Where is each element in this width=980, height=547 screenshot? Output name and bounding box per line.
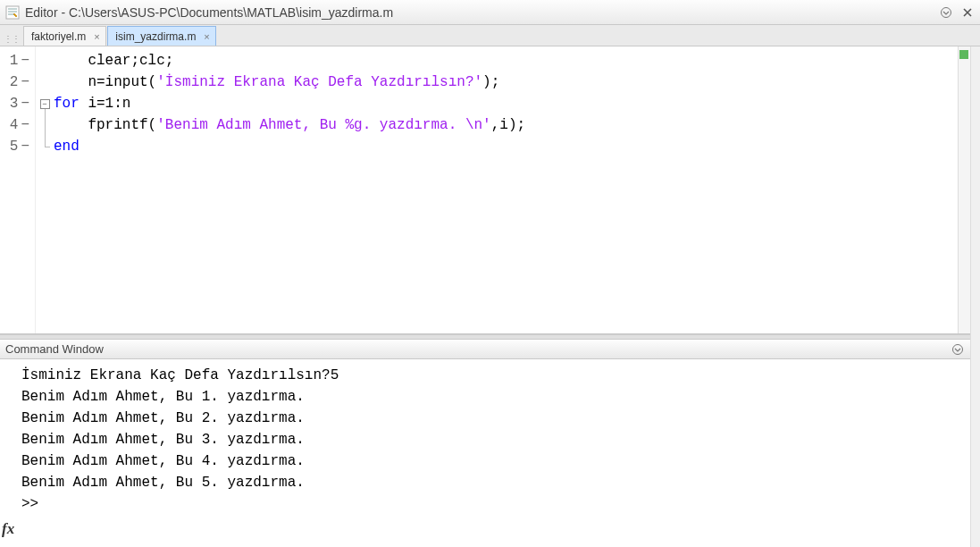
command-prompt: >>: [21, 493, 38, 515]
code-line[interactable]: n=input('İsminiz Ekrana Kaç Defa Yazdırı…: [54, 72, 958, 93]
message-bar: [958, 46, 970, 333]
command-output-line: Benim Adım Ahmet, Bu 2. yazdırma.: [21, 408, 961, 429]
svg-point-2: [953, 344, 963, 354]
code-text-area[interactable]: clear;clc; n=input('İsminiz Ekrana Kaç D…: [54, 46, 958, 333]
command-output-line: Benim Adım Ahmet, Bu 4. yazdırma.: [21, 450, 961, 472]
command-window-title: Command Window: [5, 342, 104, 356]
minimize-panel-icon[interactable]: [939, 5, 953, 20]
tab-isim-yazdirma[interactable]: isim_yazdirma.m ×: [107, 26, 216, 46]
tab-label: isim_yazdirma.m: [115, 30, 196, 43]
tab-faktoriyel[interactable]: faktoriyel.m ×: [23, 26, 106, 46]
close-icon[interactable]: ×: [91, 31, 102, 42]
editor-tabs-row: ⋮⋮ faktoriyel.m × isim_yazdirma.m ×: [0, 25, 980, 46]
line-number: 4−: [0, 114, 35, 136]
line-number: 2−: [0, 72, 35, 93]
editor-title-bar: Editor - C:\Users\ASUS-PC\Documents\MATL…: [0, 0, 980, 25]
close-panel-icon[interactable]: [960, 5, 975, 20]
command-output-line: İsminiz Ekrana Kaç Defa Yazdırılsın?5: [21, 365, 961, 386]
tabs-drag-handle[interactable]: ⋮⋮: [2, 34, 23, 46]
code-line[interactable]: for i=1:n: [54, 93, 958, 114]
panel-menu-icon[interactable]: [951, 342, 965, 357]
title-buttons: [939, 5, 975, 20]
close-icon[interactable]: ×: [201, 31, 212, 42]
fold-gutter: −: [36, 46, 54, 333]
code-line[interactable]: clear;clc;: [54, 50, 958, 72]
tab-label: faktoriyel.m: [31, 30, 86, 43]
svg-rect-0: [6, 6, 19, 19]
editor-app-icon: [5, 5, 20, 20]
line-number-gutter: 1−2−3−4−5−: [0, 46, 36, 333]
fx-icon[interactable]: fx: [2, 518, 14, 540]
line-number: 5−: [0, 136, 35, 157]
code-status-ok-icon: [959, 50, 968, 59]
code-line[interactable]: fprintf('Benim Adım Ahmet, Bu %g. yazdır…: [54, 114, 958, 136]
command-output-line: Benim Adım Ahmet, Bu 5. yazdırma.: [21, 472, 961, 493]
editor-title-text: Editor - C:\Users\ASUS-PC\Documents\MATL…: [25, 5, 934, 20]
line-number: 3−: [0, 93, 35, 114]
command-window[interactable]: İsminiz Ekrana Kaç Defa Yazdırılsın?5Ben…: [0, 359, 970, 547]
code-editor[interactable]: 1−2−3−4−5− − clear;clc; n=input('İsminiz…: [0, 46, 970, 334]
command-window-titlebar: Command Window: [0, 340, 970, 359]
right-gutter: [970, 46, 980, 547]
svg-point-1: [942, 7, 951, 17]
line-number: 1−: [0, 50, 35, 72]
code-line[interactable]: end: [54, 136, 958, 157]
command-output-line: Benim Adım Ahmet, Bu 3. yazdırma.: [21, 429, 961, 450]
fold-toggle-icon[interactable]: −: [40, 99, 50, 109]
command-output-line: Benim Adım Ahmet, Bu 1. yazdırma.: [21, 386, 961, 408]
